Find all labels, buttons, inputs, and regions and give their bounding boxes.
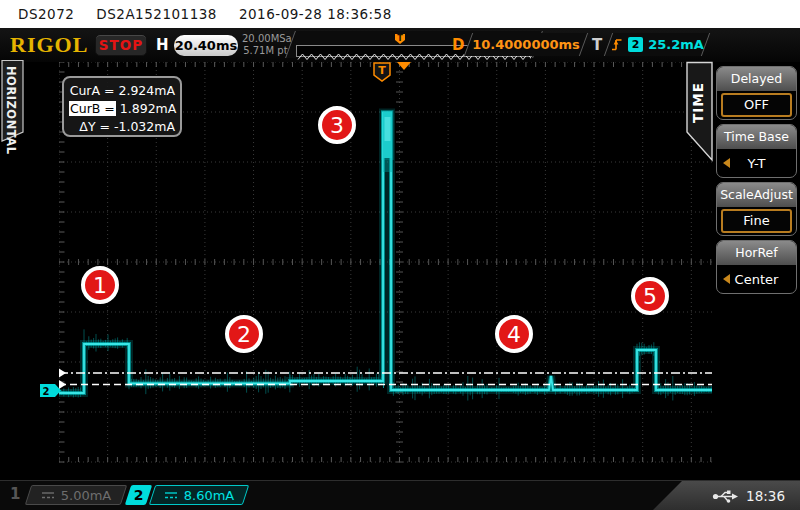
model-label: DS2072 — [18, 6, 74, 22]
callout-marker-4: 4 — [495, 315, 533, 353]
menu-item-horref-value: Center — [735, 272, 779, 287]
ch1-scale-badge[interactable]: 5.00mA — [25, 485, 127, 505]
softkey-menu-panel: Delayed OFF Time Base Y-T ScaleAdjust Fi… — [713, 62, 800, 480]
callout-marker-2: 2 — [225, 315, 263, 353]
cursor-delta-label: ΔY = — [69, 119, 110, 134]
trigger-center-arrow-icon[interactable] — [397, 62, 411, 70]
callout-marker-3: 3 — [318, 106, 356, 144]
menu-item-delayed-value: OFF — [721, 93, 792, 117]
callout-marker-1: 1 — [81, 266, 119, 304]
burst-tail — [383, 158, 392, 172]
menu-item-scaleadjust-value: Fine — [721, 209, 792, 233]
trigger-level-value: 25.2mA — [648, 37, 704, 52]
overview-trigger-marker-icon: T — [394, 33, 406, 45]
cursor-b-arrow-icon — [59, 380, 66, 389]
ch2-trace — [59, 113, 712, 394]
menu-item-timebase[interactable]: Time Base Y-T — [716, 124, 797, 178]
delay-value: 10.4000000ms — [472, 37, 580, 52]
serial-label: DS2A152101138 — [96, 6, 217, 22]
burst-core — [385, 117, 391, 141]
ch2-scale-value: 8.60mA — [184, 488, 235, 503]
run-state-badge[interactable]: STOP — [95, 34, 147, 56]
capture-titlebar: DS2072 DS2A152101138 2016-09-28 18:36:58 — [0, 0, 800, 28]
trigger-source-chip: 2 — [628, 37, 643, 52]
cursor-readout-box: CurA = 2.924mA CurB = 1.892mA ΔY = -1.03… — [62, 76, 182, 137]
cursor-a-label: CurA = — [69, 83, 114, 98]
svg-text:T: T — [378, 64, 386, 77]
datetime-label: 2016-09-28 18:36:58 — [239, 6, 392, 22]
rising-edge-icon — [610, 37, 623, 52]
ch1-number[interactable]: 1 — [10, 485, 20, 503]
dc-coupling-icon — [164, 491, 178, 500]
menu-item-horref[interactable]: HorRef Center — [716, 240, 797, 294]
cursor-a-arrow-icon — [59, 369, 66, 378]
horizontal-tab-label[interactable]: HORIZONTAL — [4, 66, 18, 154]
ch2-trace-core — [59, 113, 712, 394]
scope-header: RIGOL STOP H 20.40ms 20.00MSa/s 5.71M pt… — [0, 28, 800, 62]
delay-d-label: D — [452, 36, 464, 54]
clock-label: 18:36 — [746, 488, 785, 504]
menu-item-scaleadjust-label: ScaleAdjust — [717, 183, 796, 207]
bottom-status-bar: 1 5.00mA 2 8.60mA — [0, 480, 800, 510]
usb-icon — [712, 490, 739, 503]
cursor-a-value: 2.924mA — [118, 83, 175, 98]
menu-item-timebase-value: Y-T — [748, 156, 766, 171]
ch1-scale-value: 5.00mA — [61, 488, 112, 503]
horizontal-h-label: H — [156, 36, 169, 54]
oscilloscope-screen: DS2072 DS2A152101138 2016-09-28 18:36:58… — [0, 0, 800, 510]
timebase-readout[interactable]: 20.40ms — [174, 35, 238, 56]
ch2-number: 2 — [134, 487, 144, 503]
cursor-b-value: 1.892mA — [120, 101, 177, 116]
burst-glow — [381, 110, 394, 160]
cursor-b-row: CurB = 1.892mA — [69, 99, 175, 117]
sample-rate: 20.00MSa/s — [242, 33, 294, 45]
dc-coupling-icon — [41, 491, 55, 500]
burst-envelope — [383, 112, 392, 158]
left-arrow-icon — [723, 274, 730, 284]
menu-item-delayed-label: Delayed — [717, 67, 796, 91]
menu-item-delayed[interactable]: Delayed OFF — [716, 66, 797, 120]
trigger-t-label: T — [592, 36, 602, 54]
delay-readout-cell[interactable]: 10.4000000ms — [464, 33, 588, 56]
cursor-delta-row: ΔY = -1.032mA — [69, 117, 175, 135]
svg-text:2: 2 — [43, 386, 50, 397]
ch2-scale-badge[interactable]: 8.60mA — [149, 485, 249, 505]
menu-item-scaleadjust[interactable]: ScaleAdjust Fine — [716, 182, 797, 236]
ch2-number-chip[interactable]: 2 — [125, 485, 152, 505]
ch2-trace-glow — [59, 113, 712, 394]
cursor-a-row: CurA = 2.924mA — [69, 81, 175, 99]
trigger-readout-cell[interactable]: 2 25.2mA — [604, 33, 710, 56]
menu-item-timebase-label: Time Base — [717, 125, 796, 149]
time-tab-label[interactable]: TIME — [690, 68, 712, 138]
callout-marker-5: 5 — [631, 277, 669, 315]
rigol-logo: RIGOL — [10, 32, 88, 58]
status-right-panel: 18:36 — [652, 481, 800, 510]
ch2-ground-marker[interactable]: 2 — [40, 384, 61, 397]
trigger-time-badge[interactable]: T — [374, 63, 390, 81]
left-arrow-icon — [723, 158, 730, 168]
cursor-delta-value: -1.032mA — [114, 119, 175, 134]
menu-item-horref-label: HorRef — [717, 241, 796, 265]
svg-text:T: T — [397, 34, 403, 43]
cursor-b-label: CurB = — [69, 101, 116, 116]
